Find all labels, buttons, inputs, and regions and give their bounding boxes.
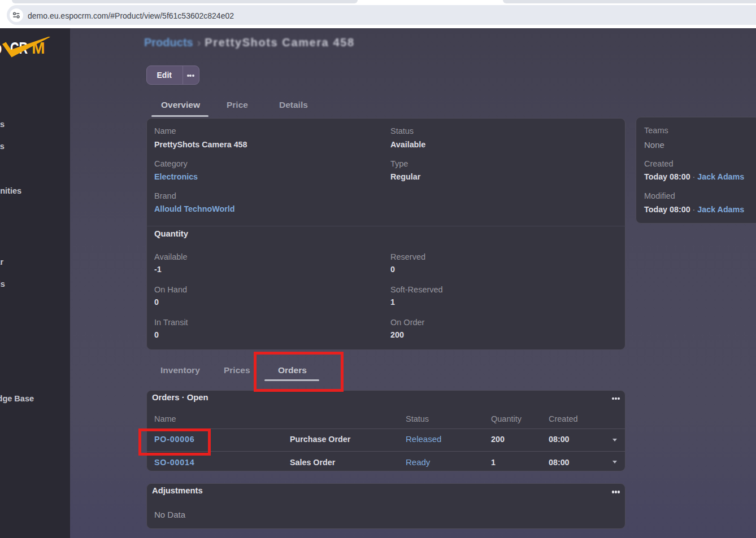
svg-text:o: o	[0, 38, 2, 57]
